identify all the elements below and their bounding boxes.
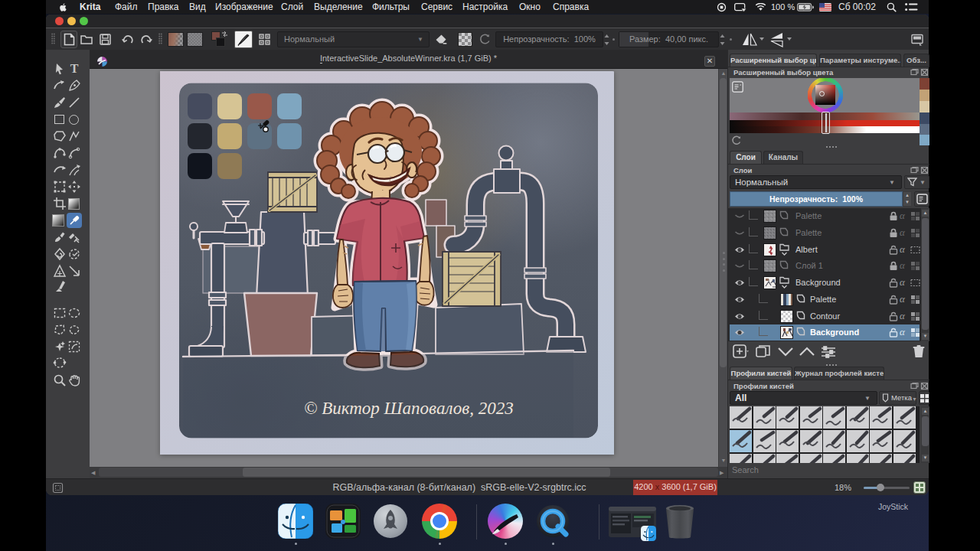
svg-text:© Виктор Шаповалов, 2023: © Виктор Шаповалов, 2023	[304, 399, 514, 418]
